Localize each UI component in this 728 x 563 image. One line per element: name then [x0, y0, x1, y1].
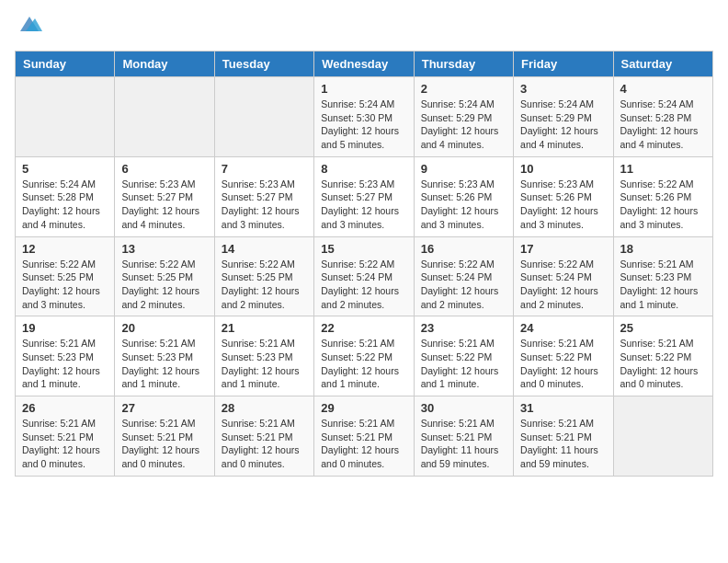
day-number: 22: [321, 321, 406, 335]
day-info: Sunrise: 5:21 AMSunset: 5:21 PMDaylight:…: [520, 417, 606, 471]
day-number: 31: [520, 401, 606, 415]
day-info: Sunrise: 5:22 AMSunset: 5:26 PMDaylight:…: [620, 178, 706, 232]
day-info: Sunrise: 5:21 AMSunset: 5:22 PMDaylight:…: [421, 337, 506, 391]
day-number: 5: [22, 162, 108, 176]
day-number: 9: [421, 162, 506, 176]
day-header-tuesday: Tuesday: [214, 52, 313, 77]
day-number: 30: [421, 401, 506, 415]
day-info: Sunrise: 5:21 AMSunset: 5:23 PMDaylight:…: [222, 337, 307, 391]
day-number: 17: [520, 242, 606, 256]
day-header-thursday: Thursday: [414, 52, 513, 77]
day-number: 10: [520, 162, 606, 176]
day-number: 20: [121, 321, 207, 335]
calendar-cell: 20Sunrise: 5:21 AMSunset: 5:23 PMDayligh…: [115, 316, 214, 396]
day-info: Sunrise: 5:23 AMSunset: 5:26 PMDaylight:…: [421, 178, 506, 232]
calendar-cell: 21Sunrise: 5:21 AMSunset: 5:23 PMDayligh…: [214, 316, 313, 396]
day-info: Sunrise: 5:23 AMSunset: 5:27 PMDaylight:…: [121, 178, 207, 232]
day-info: Sunrise: 5:24 AMSunset: 5:29 PMDaylight:…: [520, 98, 606, 152]
calendar-cell: 29Sunrise: 5:21 AMSunset: 5:21 PMDayligh…: [314, 396, 414, 477]
calendar-cell: 19Sunrise: 5:21 AMSunset: 5:23 PMDayligh…: [16, 316, 115, 396]
calendar-week-5: 26Sunrise: 5:21 AMSunset: 5:21 PMDayligh…: [16, 396, 713, 477]
day-header-friday: Friday: [514, 52, 613, 77]
calendar-cell: 1Sunrise: 5:24 AMSunset: 5:30 PMDaylight…: [314, 77, 414, 157]
calendar-cell: 31Sunrise: 5:21 AMSunset: 5:21 PMDayligh…: [514, 396, 613, 477]
calendar-cell: 30Sunrise: 5:21 AMSunset: 5:21 PMDayligh…: [414, 396, 513, 477]
calendar-cell: 14Sunrise: 5:22 AMSunset: 5:25 PMDayligh…: [214, 236, 313, 316]
page-header: [15, 15, 713, 40]
day-info: Sunrise: 5:21 AMSunset: 5:21 PMDaylight:…: [222, 417, 307, 471]
day-number: 2: [421, 82, 506, 96]
day-info: Sunrise: 5:22 AMSunset: 5:24 PMDaylight:…: [321, 258, 406, 312]
day-number: 15: [321, 242, 406, 256]
day-info: Sunrise: 5:21 AMSunset: 5:22 PMDaylight:…: [321, 337, 406, 391]
day-number: 18: [620, 242, 706, 256]
day-number: 27: [121, 401, 207, 415]
calendar-cell: 28Sunrise: 5:21 AMSunset: 5:21 PMDayligh…: [214, 396, 313, 477]
day-info: Sunrise: 5:22 AMSunset: 5:24 PMDaylight:…: [520, 258, 606, 312]
day-info: Sunrise: 5:24 AMSunset: 5:30 PMDaylight:…: [321, 98, 406, 152]
calendar-cell: 24Sunrise: 5:21 AMSunset: 5:22 PMDayligh…: [514, 316, 613, 396]
day-number: 23: [421, 321, 506, 335]
calendar-cell: 16Sunrise: 5:22 AMSunset: 5:24 PMDayligh…: [414, 236, 513, 316]
calendar-cell: 26Sunrise: 5:21 AMSunset: 5:21 PMDayligh…: [16, 396, 115, 477]
day-info: Sunrise: 5:22 AMSunset: 5:25 PMDaylight:…: [222, 258, 307, 312]
logo-icon: [17, 15, 42, 35]
day-number: 7: [222, 162, 307, 176]
calendar-table: SundayMondayTuesdayWednesdayThursdayFrid…: [15, 51, 713, 477]
day-info: Sunrise: 5:21 AMSunset: 5:22 PMDaylight:…: [620, 337, 706, 391]
day-header-wednesday: Wednesday: [314, 52, 414, 77]
day-info: Sunrise: 5:21 AMSunset: 5:22 PMDaylight:…: [520, 337, 606, 391]
day-number: 24: [520, 321, 606, 335]
calendar-cell: [613, 396, 712, 477]
day-number: 1: [321, 82, 406, 96]
calendar-week-4: 19Sunrise: 5:21 AMSunset: 5:23 PMDayligh…: [16, 316, 713, 396]
day-number: 16: [421, 242, 506, 256]
day-info: Sunrise: 5:24 AMSunset: 5:29 PMDaylight:…: [421, 98, 506, 152]
day-info: Sunrise: 5:21 AMSunset: 5:23 PMDaylight:…: [620, 258, 706, 312]
calendar-cell: 9Sunrise: 5:23 AMSunset: 5:26 PMDaylight…: [414, 156, 513, 236]
day-info: Sunrise: 5:22 AMSunset: 5:25 PMDaylight:…: [22, 258, 108, 312]
calendar-cell: 22Sunrise: 5:21 AMSunset: 5:22 PMDayligh…: [314, 316, 414, 396]
calendar-cell: 4Sunrise: 5:24 AMSunset: 5:28 PMDaylight…: [613, 77, 712, 157]
day-info: Sunrise: 5:21 AMSunset: 5:21 PMDaylight:…: [321, 417, 406, 471]
day-info: Sunrise: 5:21 AMSunset: 5:23 PMDaylight:…: [22, 337, 108, 391]
day-number: 29: [321, 401, 406, 415]
day-header-monday: Monday: [115, 52, 214, 77]
calendar-cell: 25Sunrise: 5:21 AMSunset: 5:22 PMDayligh…: [613, 316, 712, 396]
day-header-sunday: Sunday: [16, 52, 115, 77]
day-number: 14: [222, 242, 307, 256]
day-number: 26: [22, 401, 108, 415]
day-number: 28: [222, 401, 307, 415]
day-number: 25: [620, 321, 706, 335]
day-info: Sunrise: 5:22 AMSunset: 5:25 PMDaylight:…: [121, 258, 207, 312]
calendar-cell: 15Sunrise: 5:22 AMSunset: 5:24 PMDayligh…: [314, 236, 414, 316]
day-info: Sunrise: 5:21 AMSunset: 5:23 PMDaylight:…: [121, 337, 207, 391]
calendar-cell: 27Sunrise: 5:21 AMSunset: 5:21 PMDayligh…: [115, 396, 214, 477]
calendar-cell: 3Sunrise: 5:24 AMSunset: 5:29 PMDaylight…: [514, 77, 613, 157]
calendar-week-3: 12Sunrise: 5:22 AMSunset: 5:25 PMDayligh…: [16, 236, 713, 316]
day-number: 12: [22, 242, 108, 256]
day-header-saturday: Saturday: [613, 52, 712, 77]
day-info: Sunrise: 5:21 AMSunset: 5:21 PMDaylight:…: [22, 417, 108, 471]
calendar-cell: 2Sunrise: 5:24 AMSunset: 5:29 PMDaylight…: [414, 77, 513, 157]
calendar-header-row: SundayMondayTuesdayWednesdayThursdayFrid…: [16, 52, 713, 77]
calendar-cell: 13Sunrise: 5:22 AMSunset: 5:25 PMDayligh…: [115, 236, 214, 316]
day-info: Sunrise: 5:23 AMSunset: 5:27 PMDaylight:…: [321, 178, 406, 232]
day-number: 3: [520, 82, 606, 96]
calendar-cell: [16, 77, 115, 157]
calendar-cell: [115, 77, 214, 157]
day-number: 8: [321, 162, 406, 176]
day-info: Sunrise: 5:23 AMSunset: 5:26 PMDaylight:…: [520, 178, 606, 232]
calendar-cell: 23Sunrise: 5:21 AMSunset: 5:22 PMDayligh…: [414, 316, 513, 396]
calendar-cell: 10Sunrise: 5:23 AMSunset: 5:26 PMDayligh…: [514, 156, 613, 236]
calendar-cell: [214, 77, 313, 157]
calendar-cell: 6Sunrise: 5:23 AMSunset: 5:27 PMDaylight…: [115, 156, 214, 236]
day-info: Sunrise: 5:24 AMSunset: 5:28 PMDaylight:…: [22, 178, 108, 232]
calendar-cell: 17Sunrise: 5:22 AMSunset: 5:24 PMDayligh…: [514, 236, 613, 316]
day-info: Sunrise: 5:23 AMSunset: 5:27 PMDaylight:…: [222, 178, 307, 232]
calendar-week-2: 5Sunrise: 5:24 AMSunset: 5:28 PMDaylight…: [16, 156, 713, 236]
calendar-cell: 11Sunrise: 5:22 AMSunset: 5:26 PMDayligh…: [613, 156, 712, 236]
day-info: Sunrise: 5:21 AMSunset: 5:21 PMDaylight:…: [421, 417, 506, 471]
calendar-cell: 7Sunrise: 5:23 AMSunset: 5:27 PMDaylight…: [214, 156, 313, 236]
logo: [15, 15, 42, 40]
